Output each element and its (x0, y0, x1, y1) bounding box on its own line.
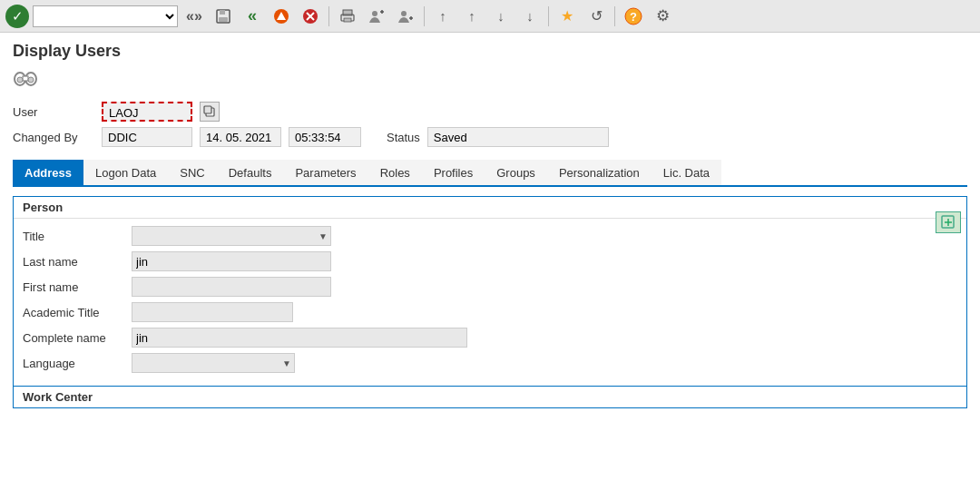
toolbar-select[interactable] (33, 5, 178, 27)
page-title: Display Users (13, 42, 967, 61)
tab-snc[interactable]: SNC (168, 160, 216, 185)
title-row: Title ▼ (23, 226, 957, 246)
svg-rect-1 (220, 10, 225, 15)
firstname-input[interactable] (132, 277, 331, 297)
separator2 (424, 6, 425, 26)
title-label: Title (23, 230, 132, 243)
svg-rect-25 (204, 106, 211, 113)
changed-by-value: DDIC (102, 127, 192, 147)
svg-rect-2 (219, 17, 228, 22)
language-label: Language (23, 357, 132, 370)
academic-title-input[interactable] (132, 302, 293, 322)
user-row: User LAOJ (13, 102, 967, 122)
academic-title-row: Academic Title (23, 302, 957, 322)
up-orange-btn[interactable] (269, 5, 294, 28)
back-double-arrow-btn[interactable]: «» (181, 5, 207, 28)
person-section-content: Title ▼ Last name First name (14, 219, 966, 386)
complete-name-row: Complete name (23, 328, 957, 348)
svg-point-11 (372, 11, 377, 16)
settings-btn[interactable]: ⚙ (650, 5, 675, 28)
download-btn[interactable]: ↓ (488, 5, 514, 28)
close-red-btn[interactable] (298, 5, 323, 28)
person-btn[interactable] (364, 5, 389, 28)
page-content: Display Users User LAOJ Changed By DDIC … (0, 33, 980, 417)
separator1 (328, 6, 329, 26)
svg-rect-21 (23, 76, 28, 81)
work-center-label: Work Center (14, 386, 966, 407)
language-select[interactable] (132, 353, 295, 373)
check-circle-btn[interactable]: ✓ (5, 5, 29, 28)
language-row: Language ▼ (23, 353, 957, 373)
download2-btn[interactable]: ↓ (517, 5, 543, 28)
upload2-btn[interactable]: ↑ (459, 5, 485, 28)
svg-rect-10 (344, 18, 351, 22)
bookmark-btn[interactable]: ★ (554, 5, 580, 28)
tab-lic-data[interactable]: Lic. Data (652, 160, 721, 185)
status-value: Saved (427, 127, 609, 147)
changed-time: 05:33:54 (289, 127, 361, 147)
language-select-wrapper: ▼ (132, 353, 295, 373)
lastname-row: Last name (23, 251, 957, 271)
refresh-btn[interactable]: ↺ (583, 5, 609, 28)
changed-by-label: Changed By (13, 131, 94, 144)
tab-defaults[interactable]: Defaults (217, 160, 284, 185)
lastname-input[interactable] (132, 251, 331, 271)
lastname-label: Last name (23, 255, 132, 269)
complete-name-label: Complete name (23, 331, 132, 345)
tab-roles[interactable]: Roles (368, 160, 422, 185)
changed-date: 14. 05. 2021 (200, 127, 281, 147)
svg-point-22 (17, 77, 23, 83)
add-person-btn[interactable] (393, 5, 418, 28)
copy-user-btn[interactable] (200, 102, 220, 122)
svg-point-23 (28, 77, 34, 83)
firstname-label: First name (23, 280, 132, 294)
complete-name-input[interactable] (132, 328, 467, 348)
status-label: Status (387, 131, 420, 144)
changed-by-row: Changed By DDIC 14. 05. 2021 05:33:54 St… (13, 127, 967, 147)
separator3 (548, 6, 549, 26)
save-btn[interactable] (211, 5, 236, 28)
person-section: Person Title ▼ (13, 196, 967, 408)
toolbar: ✓ «» « (0, 0, 980, 33)
tab-groups[interactable]: Groups (485, 160, 547, 185)
academic-title-label: Academic Title (23, 306, 132, 319)
back-green-btn[interactable]: « (240, 5, 265, 28)
person-section-title: Person (14, 197, 966, 219)
help-btn[interactable]: ? (621, 5, 646, 28)
firstname-row: First name (23, 277, 957, 297)
user-label: User (13, 105, 94, 119)
tab-parameters[interactable]: Parameters (283, 160, 368, 185)
title-select-wrapper: ▼ (132, 226, 331, 246)
title-select[interactable] (132, 226, 331, 246)
tab-address[interactable]: Address (13, 160, 83, 185)
svg-text:?: ? (630, 10, 637, 24)
tab-logon-data[interactable]: Logon Data (83, 160, 168, 185)
tab-profiles[interactable]: Profiles (422, 160, 485, 185)
user-value: LAOJ (102, 102, 192, 122)
binoculars-icon (13, 68, 967, 93)
upload-btn[interactable]: ↑ (430, 5, 456, 28)
tab-personalization[interactable]: Personalization (547, 160, 652, 185)
print-btn[interactable] (335, 5, 360, 28)
separator4 (614, 6, 615, 26)
tabs-bar: Address Logon Data SNC Defaults Paramete… (13, 160, 967, 187)
svg-point-14 (401, 11, 407, 16)
